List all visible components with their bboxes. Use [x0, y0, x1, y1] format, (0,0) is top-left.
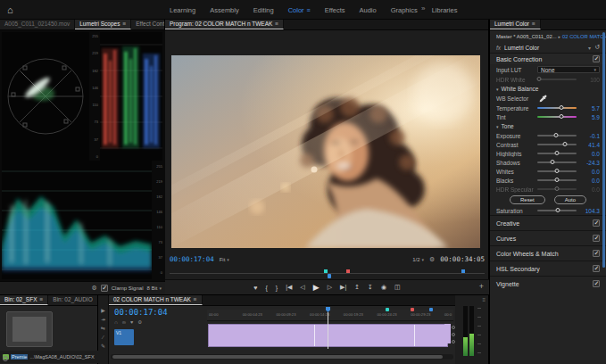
auto-button[interactable]: Auto	[554, 195, 586, 204]
add-marker-icon[interactable]: ♥	[130, 319, 133, 325]
tone-group[interactable]: ▾ Tone	[490, 121, 606, 131]
scopes-tab-a005-c011-021450-mov[interactable]: A005_C011_021450.mov	[0, 20, 75, 29]
workspace-overflow-icon[interactable]: »	[421, 4, 425, 12]
scrubber-playhead[interactable]	[328, 274, 331, 278]
hdr-specular-slider[interactable]	[537, 188, 577, 190]
marker-red[interactable]	[346, 269, 350, 273]
ripple-edit-tool-icon[interactable]: ⇆	[101, 326, 105, 331]
highlights-slider-handle[interactable]	[555, 151, 560, 155]
hdr-white-slider[interactable]	[537, 79, 577, 80]
disclosure-triangle-icon[interactable]: ▾	[496, 124, 499, 129]
timeline-scrollbar-thumb[interactable]	[112, 355, 443, 359]
lumetri-scrollbar[interactable]	[602, 32, 605, 268]
exposure-slider[interactable]	[537, 135, 577, 136]
workspace-tab-libraries[interactable]: Libraries	[432, 6, 458, 14]
panel-menu-icon[interactable]: ≡	[40, 296, 44, 302]
selection-tool-icon[interactable]: ▶	[101, 308, 105, 313]
workspace-tab-color[interactable]: Color≡	[288, 6, 311, 14]
zoom-level-dropdown[interactable]: Fit	[220, 257, 229, 262]
razor-tool-icon[interactable]: ∕	[103, 335, 104, 340]
panel-menu-icon[interactable]: ≡	[122, 21, 126, 27]
home-icon[interactable]: ⌂	[7, 4, 13, 15]
step-forward-icon[interactable]: ▷	[328, 284, 332, 291]
button-editor-plus-icon[interactable]: +	[479, 282, 484, 291]
section-creative[interactable]: Creative	[490, 215, 606, 230]
temperature-slider-handle[interactable]	[560, 105, 564, 110]
chevron-down-icon[interactable]: ▾	[588, 45, 591, 51]
lift-icon[interactable]: ↥	[354, 284, 360, 291]
bit-depth-dropdown[interactable]: 8 Bit	[146, 285, 162, 291]
color-wheels-match-checkbox[interactable]	[593, 250, 600, 257]
white-balance-group[interactable]: ▾ White Balance	[490, 84, 606, 94]
sequence-name-label[interactable]: 02 COLOR MATCH n T...	[562, 34, 606, 39]
program-monitor-tab[interactable]: Program: 02 COLOR MATCH n TWEAK ≡	[165, 20, 284, 29]
input-lut-dropdown[interactable]: None	[537, 66, 600, 73]
scopes-tab-lumetri-scopes[interactable]: Lumetri Scopes≡	[75, 20, 131, 29]
section-curves[interactable]: Curves	[490, 230, 606, 245]
section-basic-correction[interactable]: Basic Correction	[490, 53, 606, 64]
track-select-tool-icon[interactable]: ↠	[101, 317, 105, 322]
export-frame-icon[interactable]: ◉	[381, 284, 386, 291]
comparison-view-icon[interactable]: ◫	[394, 284, 401, 291]
lumetri-color-tab[interactable]: Lumetri Color ≡	[490, 20, 541, 29]
play-icon[interactable]: ▶	[313, 283, 320, 292]
mark-in-icon[interactable]: {	[265, 285, 267, 291]
clamp-signal-checkbox[interactable]	[101, 285, 108, 292]
hsl-secondary-checkbox[interactable]	[593, 265, 600, 272]
mark-out-icon[interactable]: }	[276, 285, 278, 291]
snap-icon[interactable]: ∩	[114, 319, 118, 325]
pen-tool-icon[interactable]: ✎	[101, 343, 105, 349]
shadows-slider-handle[interactable]	[550, 160, 554, 164]
creative-checkbox[interactable]	[593, 219, 600, 227]
sequence-marker-cyan[interactable]	[386, 308, 389, 311]
panel-menu-icon[interactable]: ≡	[482, 297, 486, 302]
extract-icon[interactable]: ↧	[368, 284, 373, 291]
workspace-tab-assembly[interactable]: Assembly	[210, 6, 239, 14]
tint-slider-handle[interactable]	[560, 114, 564, 119]
basic-correction-checkbox[interactable]	[593, 55, 600, 62]
workspace-tab-editing[interactable]: Editing	[253, 6, 274, 14]
bin-item-thumbnail[interactable]	[6, 311, 53, 347]
panel-menu-icon[interactable]: ≡	[275, 21, 278, 27]
whites-slider-handle[interactable]	[555, 169, 560, 173]
temperature-slider[interactable]	[537, 107, 577, 109]
playback-resolution-dropdown[interactable]: 1/2	[412, 257, 424, 262]
section-vignette[interactable]: Vignette	[490, 276, 606, 291]
whites-slider[interactable]	[537, 170, 577, 172]
scopes-tab-effect-controls[interactable]: Effect Controls	[131, 20, 164, 29]
marker-cyan[interactable]	[324, 269, 328, 273]
timeline-ruler[interactable]: 00:0000:00:04:2300:00:09:2300:00:14:2300…	[207, 310, 453, 321]
reset-button[interactable]: Reset	[510, 195, 545, 204]
bin-tab-bin-02-sfx[interactable]: Bin: 02_SFX≡	[0, 295, 48, 305]
timeline-timecode[interactable]: 00:00:17:04	[114, 308, 168, 317]
timeline-scrollbar[interactable]	[111, 354, 453, 360]
highlights-slider[interactable]	[537, 153, 577, 154]
vignette-checkbox[interactable]	[593, 280, 600, 287]
sequence-marker-blue[interactable]	[429, 308, 433, 311]
saturation-slider-handle[interactable]	[555, 208, 560, 212]
monitor-settings-wrench-icon[interactable]: ⚙	[429, 256, 435, 263]
current-timecode[interactable]: 00:00:17:04	[170, 255, 214, 263]
blacks-slider-handle[interactable]	[555, 178, 560, 182]
panel-menu-icon[interactable]: ≡	[194, 296, 197, 302]
sequence-marker-red[interactable]	[411, 308, 414, 311]
workspace-tab-effects[interactable]: Effects	[325, 6, 345, 14]
disclosure-triangle-icon[interactable]: ▾	[496, 87, 499, 92]
go-to-out-icon[interactable]: ▶|	[340, 284, 346, 291]
shadows-slider[interactable]	[537, 161, 577, 163]
linked-selection-icon[interactable]: ∞	[122, 319, 126, 325]
workspace-tab-learning[interactable]: Learning	[170, 6, 195, 14]
hdr-specular-slider-handle[interactable]	[555, 186, 560, 191]
blacks-slider[interactable]	[537, 179, 577, 181]
master-clip-label[interactable]: Master * A005_C011_02...	[496, 34, 557, 39]
breadcrumb-path[interactable]: ...\MagSA08_AUDIO\02_SFX	[29, 354, 94, 360]
go-to-in-icon[interactable]: |◀	[286, 284, 292, 291]
monitor-scrubber[interactable]	[170, 269, 485, 279]
contrast-slider[interactable]	[537, 144, 577, 145]
saturation-slider[interactable]	[537, 210, 577, 211]
marker-blue[interactable]	[461, 269, 465, 273]
track-header-v1[interactable]: V1	[114, 329, 134, 345]
sequence-tab[interactable]: 02 COLOR MATCH n TWEAK ≡	[109, 295, 203, 305]
section-color-wheels-match[interactable]: Color Wheels & Match	[490, 245, 606, 261]
reset-effect-icon[interactable]: ↺	[594, 44, 600, 51]
